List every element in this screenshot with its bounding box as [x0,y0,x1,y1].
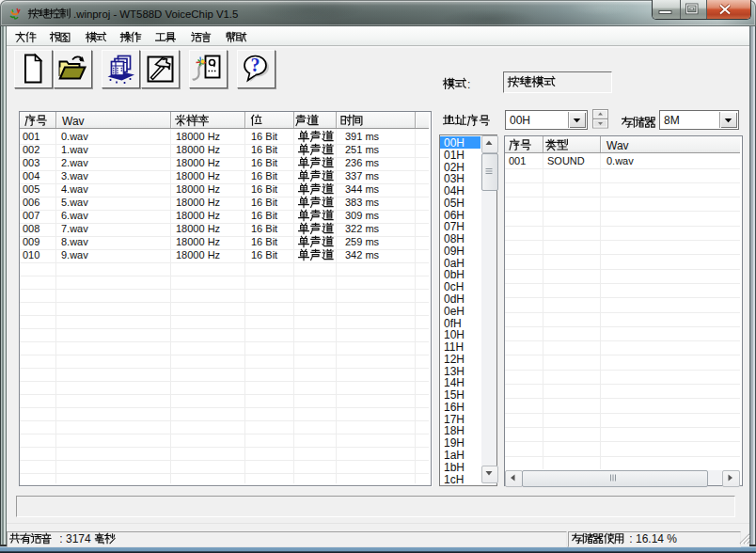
svg-text:?: ? [251,55,260,75]
